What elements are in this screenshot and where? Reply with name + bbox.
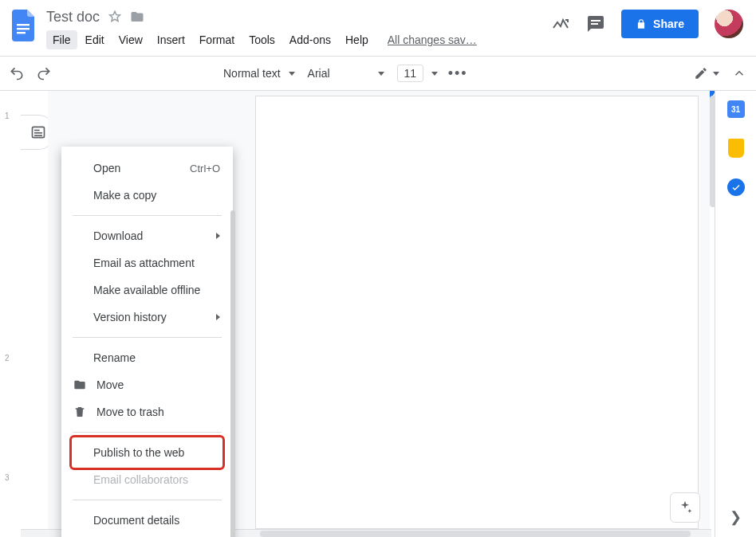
file-email-attachment[interactable]: Email as attachment	[61, 249, 233, 276]
calendar-addon-icon[interactable]: 31	[727, 100, 745, 118]
collapse-toolbar-button[interactable]	[726, 60, 753, 87]
svg-rect-6	[34, 130, 40, 131]
file-available-offline[interactable]: Make available offline	[61, 276, 233, 304]
pencil-icon	[694, 66, 708, 80]
menu-edit[interactable]: Edit	[79, 30, 111, 49]
svg-rect-8	[34, 135, 42, 136]
vertical-ruler[interactable]: 1 2 3	[0, 91, 21, 537]
explore-button[interactable]	[670, 492, 700, 523]
side-panel-rail: 31 ❯	[715, 91, 756, 537]
svg-rect-3	[591, 20, 600, 22]
side-panel-expand-icon[interactable]: ❯	[730, 508, 742, 526]
move-folder-icon[interactable]	[130, 10, 144, 24]
menu-insert[interactable]: Insert	[151, 30, 191, 49]
menu-help[interactable]: Help	[339, 30, 375, 49]
tasks-addon-icon[interactable]	[727, 178, 745, 196]
file-rename[interactable]: Rename	[61, 344, 233, 371]
document-page[interactable]	[255, 96, 699, 529]
comments-icon[interactable]	[586, 14, 605, 33]
file-move-to-trash[interactable]: Move to trash	[61, 398, 233, 425]
lock-icon	[636, 18, 647, 30]
font-size-value[interactable]: 11	[397, 65, 424, 82]
file-make-copy[interactable]: Make a copy	[61, 182, 233, 209]
editing-mode-combo[interactable]	[687, 61, 726, 85]
menu-view[interactable]: View	[112, 30, 149, 49]
menu-tools[interactable]: Tools	[242, 30, 282, 49]
doc-title[interactable]: Test doc	[46, 9, 100, 25]
share-label: Share	[653, 18, 684, 30]
font-size-combo[interactable]: 11	[391, 61, 445, 85]
share-button[interactable]: Share	[621, 10, 699, 38]
account-avatar[interactable]	[715, 10, 743, 38]
svg-rect-1	[17, 28, 30, 29]
star-icon[interactable]	[108, 10, 122, 24]
chevron-down-icon	[289, 72, 295, 76]
menu-format[interactable]: Format	[193, 30, 241, 49]
chevron-down-icon	[431, 72, 438, 76]
file-language[interactable]: Language	[61, 534, 233, 537]
menu-addons[interactable]: Add-ons	[283, 30, 337, 49]
undo-button[interactable]	[3, 60, 30, 87]
workspace: 2 3 4 5 6 1 2 3 31 ❯	[0, 91, 756, 537]
all-changes-saved[interactable]: All changes sav…	[388, 33, 477, 46]
title-bar: Test doc File Edit View Insert Format To…	[0, 0, 756, 56]
svg-rect-7	[34, 132, 42, 134]
file-publish-to-web[interactable]: Publish to the web	[61, 439, 233, 466]
toolbar-more-button[interactable]: •••	[444, 60, 471, 87]
ruler-tick: 2	[5, 354, 10, 363]
folder-icon	[73, 378, 87, 392]
file-version-history[interactable]: Version history	[61, 304, 233, 331]
activity-icon[interactable]	[551, 14, 570, 33]
font-family-combo[interactable]: Arial	[301, 61, 391, 85]
menu-separator	[73, 215, 222, 216]
file-email-collaborators: Email collaborators	[61, 466, 233, 493]
toolbar: Normal text Arial 11 •••	[0, 56, 756, 91]
menu-separator	[73, 500, 222, 500]
menu-file[interactable]: File	[46, 30, 77, 49]
keep-addon-icon[interactable]	[728, 139, 744, 158]
docs-logo[interactable]	[8, 5, 40, 46]
explore-icon	[677, 500, 693, 515]
file-open[interactable]: Open Ctrl+O	[61, 155, 233, 182]
redo-button[interactable]	[30, 60, 57, 87]
chevron-down-icon	[378, 72, 384, 76]
ruler-tick: 1	[5, 112, 10, 120]
submenu-arrow-icon	[216, 314, 220, 320]
svg-rect-0	[17, 24, 30, 25]
menu-separator	[73, 432, 222, 433]
file-document-details[interactable]: Document details	[61, 507, 233, 534]
svg-rect-2	[17, 32, 26, 33]
ruler-tick: 3	[5, 473, 10, 482]
file-menu-dropdown: Open Ctrl+O Make a copy Download Email a…	[61, 147, 233, 537]
paragraph-style-value: Normal text	[223, 67, 281, 80]
file-download[interactable]: Download	[61, 222, 233, 249]
submenu-arrow-icon	[216, 233, 220, 239]
paragraph-style-combo[interactable]: Normal text	[217, 61, 301, 85]
menu-bar: File Edit View Insert Format Tools Add-o…	[46, 29, 551, 51]
trash-icon	[73, 405, 87, 419]
file-move[interactable]: Move	[61, 371, 233, 398]
outline-icon	[30, 124, 46, 140]
font-family-value: Arial	[308, 67, 370, 80]
horizontal-scrollbar-thumb[interactable]	[260, 531, 691, 537]
menu-separator	[73, 337, 222, 338]
svg-rect-4	[591, 23, 598, 25]
chevron-down-icon	[713, 72, 719, 76]
